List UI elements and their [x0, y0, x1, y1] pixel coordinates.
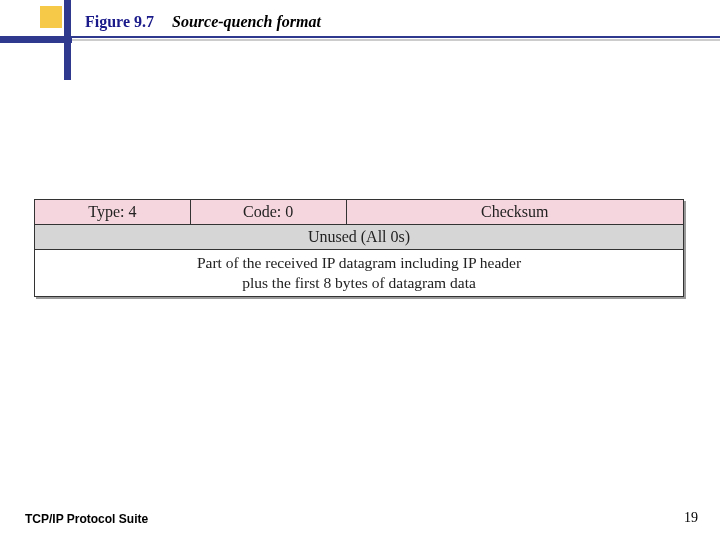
footer-suite: TCP/IP Protocol Suite [25, 512, 148, 526]
code-field: Code: 0 [190, 200, 346, 225]
unused-field: Unused (All 0s) [35, 225, 684, 250]
data-field: Part of the received IP datagram includi… [35, 250, 684, 297]
unused-row: Unused (All 0s) [35, 225, 684, 250]
header-rule [0, 36, 720, 41]
page-number: 19 [684, 510, 698, 526]
header-row: Type: 4 Code: 0 Checksum [35, 200, 684, 225]
data-row: Part of the received IP datagram includi… [35, 250, 684, 297]
data-field-line1: Part of the received IP datagram includi… [197, 254, 521, 271]
figure-title: Source-quench format [172, 13, 321, 31]
packet-format-diagram: Type: 4 Code: 0 Checksum Unused (All 0s)… [34, 199, 684, 297]
figure-number: Figure 9.7 [85, 13, 154, 31]
format-table: Type: 4 Code: 0 Checksum Unused (All 0s)… [34, 199, 684, 297]
slide-logo-bar [0, 36, 72, 43]
type-field: Type: 4 [35, 200, 191, 225]
slide-header: Figure 9.7 Source-quench format [85, 13, 321, 31]
data-field-line2: plus the first 8 bytes of datagram data [242, 274, 476, 291]
checksum-field: Checksum [346, 200, 684, 225]
